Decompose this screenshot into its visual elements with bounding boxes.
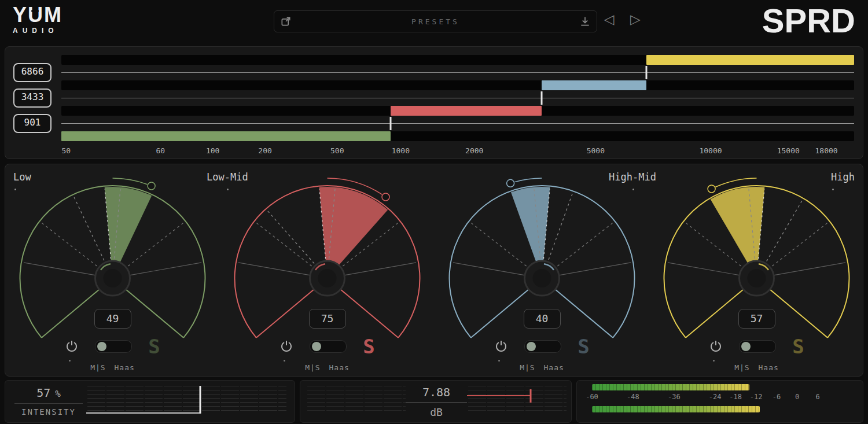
frequency-band-display: 6866 3433 901 50601002005001000200050001… <box>5 46 863 159</box>
solo-button[interactable]: S <box>363 339 374 354</box>
band-section-low: 49 S M|S Haas <box>5 164 220 376</box>
spread-dial[interactable] <box>5 174 220 366</box>
automation-dot <box>227 189 229 190</box>
band-segment-high-mid <box>542 80 646 90</box>
load-preset-button[interactable] <box>579 16 591 27</box>
crossover-freq-box[interactable]: 901 <box>13 114 52 133</box>
band-title-low-mid: Low-Mid <box>207 171 248 183</box>
export-preset-button[interactable] <box>280 16 292 27</box>
power-led <box>713 360 715 362</box>
spread-value-box[interactable]: 57 <box>738 309 775 329</box>
preset-bar: PRESETS <box>274 10 597 32</box>
freq-tick-label: 200 <box>258 146 271 155</box>
crossover-freq-box[interactable]: 6866 <box>13 63 52 82</box>
freq-tick-label: 50 <box>61 146 71 155</box>
db-value[interactable]: 7.88 <box>406 385 467 403</box>
dial-arm-handle[interactable] <box>148 182 155 190</box>
logo-letter-u: U <box>28 5 44 25</box>
automation-dot <box>14 189 16 190</box>
crossover-handle[interactable] <box>389 117 391 130</box>
yum-audio-logo: YUM AUDIO <box>13 5 62 35</box>
solo-button[interactable]: S <box>578 339 589 354</box>
band-segment-low <box>61 131 391 141</box>
crossover-freq-box[interactable]: 3433 <box>13 89 52 108</box>
band-title-low: Low <box>13 171 31 183</box>
crossover-handle[interactable] <box>646 66 648 79</box>
crossover-slider-high[interactable]: 6866 <box>61 65 854 80</box>
toggle-knob <box>527 342 536 351</box>
preset-name[interactable]: PRESETS <box>297 17 573 26</box>
spread-dial[interactable] <box>649 174 864 366</box>
intensity-number[interactable]: 57 <box>36 386 50 400</box>
freq-tick-label: 2000 <box>465 146 483 155</box>
power-button[interactable] <box>494 340 508 353</box>
intensity-value: 57% <box>14 386 83 400</box>
automation-dot <box>632 189 634 190</box>
power-led <box>284 360 285 362</box>
download-icon <box>579 16 591 27</box>
spread-dial[interactable] <box>220 174 435 366</box>
prev-preset-button[interactable]: ◁ <box>604 12 615 27</box>
band-segment-low-mid <box>391 106 542 116</box>
plugin-window: YUM AUDIO PRESETS ◁ ▷ SPRD <box>0 0 868 424</box>
meter-scale-label: -36 <box>668 393 681 401</box>
power-led <box>69 360 71 362</box>
dial-arm-handle[interactable] <box>507 179 514 187</box>
spread-value-box[interactable]: 49 <box>94 309 131 329</box>
meter-scale-label: 6 <box>815 393 819 401</box>
logo-letter: M <box>44 5 62 25</box>
intensity-slider-fill <box>86 412 200 414</box>
automation-dot <box>832 189 834 190</box>
band-section-high: 57 S M|S Haas <box>649 164 864 376</box>
meter-bar-left <box>592 384 749 390</box>
band-section-high-mid: 40 S M|S Haas <box>435 164 649 376</box>
frequency-axis: 5060100200500100020005000100001500018000 <box>61 145 854 157</box>
spread-value-box[interactable]: 40 <box>524 309 561 329</box>
logo-yum-text: YUM <box>13 5 62 25</box>
db-slider-handle[interactable] <box>530 389 532 403</box>
solo-button[interactable]: S <box>148 339 160 354</box>
power-icon <box>494 340 508 353</box>
meter-scale-label: -6 <box>773 393 781 401</box>
power-icon <box>709 340 723 353</box>
band-bar-low-mid <box>61 106 854 116</box>
ms-haas-toggle[interactable] <box>95 340 132 353</box>
logo-letter: Y <box>13 5 28 25</box>
db-slider-fill <box>467 395 531 396</box>
freq-tick-label: 1000 <box>392 146 410 155</box>
toggle-knob <box>741 342 751 351</box>
ms-haas-toggle[interactable] <box>310 340 347 353</box>
sprd-logo: SPRD <box>762 1 855 40</box>
power-button[interactable] <box>279 340 293 353</box>
power-led <box>498 360 500 362</box>
meter-scale-label: -18 <box>729 393 742 401</box>
ms-haas-toggle[interactable] <box>524 340 561 353</box>
dial-arm-handle[interactable] <box>382 193 389 201</box>
header: YUM AUDIO PRESETS ◁ ▷ SPRD <box>0 0 868 45</box>
power-button[interactable] <box>709 340 723 353</box>
dial-arm-handle[interactable] <box>708 185 715 193</box>
spread-dial[interactable] <box>435 174 649 366</box>
crossover-handle[interactable] <box>541 91 543 105</box>
meter-scale-label: -48 <box>627 393 639 401</box>
next-preset-button[interactable]: ▷ <box>630 12 641 27</box>
slider-track <box>61 123 854 124</box>
band-segment-high <box>646 55 854 65</box>
band-title-high: High <box>831 171 855 183</box>
ms-haas-label: M|S Haas <box>435 363 649 372</box>
power-button[interactable] <box>65 340 79 353</box>
ms-haas-toggle[interactable] <box>739 340 776 353</box>
crossover-slider-mid[interactable]: 3433 <box>61 90 854 106</box>
intensity-panel: 57% INTENSITY <box>5 380 295 423</box>
intensity-slider[interactable] <box>86 386 286 414</box>
power-icon <box>279 340 293 353</box>
db-slider[interactable] <box>467 386 567 414</box>
meter-scale-label: 0 <box>795 393 799 401</box>
crossover-slider-low[interactable]: 901 <box>61 116 854 131</box>
intensity-slider-handle[interactable] <box>200 386 201 414</box>
db-slider-left-track[interactable] <box>306 386 406 414</box>
spread-value-box[interactable]: 75 <box>309 309 346 329</box>
db-unit-label: dB <box>406 406 467 418</box>
slider-track <box>61 72 854 73</box>
solo-button[interactable]: S <box>792 339 804 354</box>
